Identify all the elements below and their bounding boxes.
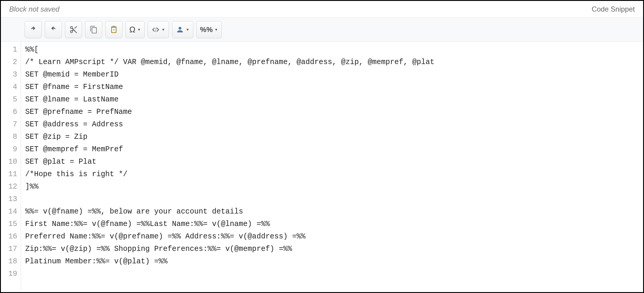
line-number: 10 <box>3 156 17 168</box>
line-number: 2 <box>3 56 17 69</box>
line-number: 18 <box>3 255 17 268</box>
line-number: 15 <box>3 218 17 230</box>
line-number: 3 <box>3 69 17 81</box>
special-char-button[interactable]: Ω ▼ <box>125 21 145 38</box>
line-number: 5 <box>3 93 17 106</box>
line-number: 9 <box>3 143 17 156</box>
line-number: 16 <box>3 230 17 243</box>
code-line[interactable]: First Name:%%= v(@fname) =%%Last Name:%%… <box>25 218 639 230</box>
code-line[interactable] <box>25 268 639 280</box>
code-line[interactable]: %%[ <box>25 44 639 56</box>
line-number: 17 <box>3 243 17 255</box>
save-status: Block not saved <box>9 5 59 13</box>
code-line[interactable]: Preferred Name:%%= v(@prefname) =%% Addr… <box>25 230 639 243</box>
code-line[interactable]: SET @prefname = PrefName <box>25 106 639 118</box>
code-line[interactable]: SET @lname = LastName <box>25 93 639 106</box>
scissors-icon <box>69 26 78 34</box>
undo-icon <box>29 26 37 34</box>
code-line[interactable]: SET @mempref = MemPref <box>25 143 639 156</box>
omega-icon: Ω <box>129 25 136 34</box>
percent-icon: %% <box>200 26 213 34</box>
line-number: 12 <box>3 181 17 193</box>
html-tag-button[interactable]: ▼ <box>148 21 169 38</box>
code-line[interactable]: SET @zip = Zip <box>25 131 639 143</box>
redo-icon <box>49 26 58 34</box>
clipboard-icon: T <box>110 26 118 34</box>
header-bar: Block not saved Code Snippet <box>1 1 643 17</box>
code-line[interactable]: Platinum Member:%%= v(@plat) =%% <box>25 255 639 268</box>
caret-down-icon: ▼ <box>162 28 165 32</box>
paste-button[interactable]: T <box>105 21 122 38</box>
code-line[interactable]: ]%% <box>25 181 639 193</box>
code-line[interactable] <box>25 193 639 206</box>
redo-button[interactable] <box>45 21 62 38</box>
line-number: 7 <box>3 118 17 131</box>
line-number: 8 <box>3 131 17 143</box>
line-number-gutter: 12345678910111213141516171819 <box>1 42 21 290</box>
line-number: 4 <box>3 81 17 93</box>
code-line[interactable]: SET @plat = Plat <box>25 156 639 168</box>
svg-text:T: T <box>113 29 115 32</box>
code-line[interactable]: SET @address = Address <box>25 118 639 131</box>
line-number: 14 <box>3 206 17 218</box>
person-icon <box>176 26 184 34</box>
code-editor[interactable]: 12345678910111213141516171819 %%[/* Lear… <box>1 42 643 290</box>
copy-button[interactable] <box>85 21 102 38</box>
cut-button[interactable] <box>65 21 82 38</box>
code-line[interactable]: SET @fname = FirstName <box>25 81 639 93</box>
line-number: 11 <box>3 168 17 181</box>
line-number: 19 <box>3 268 17 280</box>
code-content[interactable]: %%[/* Learn AMPscript */ VAR @memid, @fn… <box>21 42 643 290</box>
svg-rect-1 <box>112 26 115 27</box>
copy-icon <box>90 26 98 34</box>
code-tags-icon <box>152 26 160 34</box>
line-number: 6 <box>3 106 17 118</box>
caret-down-icon: ▼ <box>214 28 218 32</box>
toolbar: T Ω ▼ ▼ ▼ %% ▼ <box>1 17 643 42</box>
code-line[interactable]: /* Learn AMPscript */ VAR @memid, @fname… <box>25 56 639 69</box>
caret-down-icon: ▼ <box>186 28 189 32</box>
block-title: Code Snippet <box>592 5 635 13</box>
undo-button[interactable] <box>25 21 42 38</box>
person-button[interactable]: ▼ <box>172 21 193 38</box>
line-number: 1 <box>3 44 17 56</box>
code-line[interactable]: SET @memid = MemberID <box>25 69 639 81</box>
ampscript-button[interactable]: %% ▼ <box>196 21 222 38</box>
line-number: 13 <box>3 193 17 206</box>
code-line[interactable]: /*Hope this is right */ <box>25 168 639 181</box>
code-line[interactable]: %%= v(@fname) =%%, below are your accoun… <box>25 206 639 218</box>
caret-down-icon: ▼ <box>137 28 141 32</box>
code-line[interactable]: Zip:%%= v(@zip) =%% Shopping Preferences… <box>25 243 639 255</box>
